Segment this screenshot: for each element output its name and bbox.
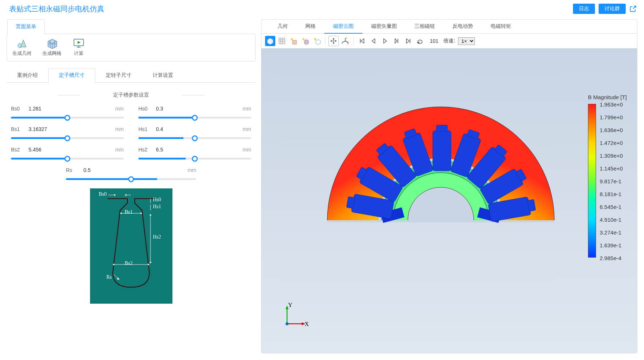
grid-icon[interactable]	[277, 36, 287, 46]
page-menu-tab[interactable]: 页面菜单	[7, 19, 45, 34]
left-panel: 页面菜单 生成几何	[7, 19, 256, 353]
prev-frame-icon[interactable]	[368, 36, 379, 46]
svg-marker-29	[333, 38, 334, 39]
svg-marker-36	[361, 39, 364, 43]
axis-y-label: Y	[288, 302, 293, 308]
axes-icon[interactable]: zyx	[340, 36, 350, 46]
viz-tab-bemf[interactable]: 反电动势	[444, 20, 482, 33]
next-frame-icon[interactable]	[392, 36, 402, 46]
first-frame-icon[interactable]	[357, 36, 367, 46]
svg-rect-24	[293, 40, 297, 44]
diagram-label-Bs1: Bs1	[125, 209, 133, 215]
slider-Bs1[interactable]	[11, 137, 124, 139]
param-unit: mm	[115, 106, 124, 112]
diagram-label-Rs: Rs	[107, 274, 112, 280]
svg-marker-19	[149, 262, 152, 263]
slider-Bs2[interactable]	[11, 158, 124, 160]
light-wire-icon[interactable]	[289, 36, 299, 46]
param-label: Hs0	[138, 106, 152, 112]
section-title: 定子槽参数设置	[7, 92, 256, 98]
param-value: 0.3	[156, 106, 238, 112]
last-frame-icon[interactable]	[403, 36, 414, 46]
tab-rotor-size[interactable]: 定转子尺寸	[95, 68, 142, 82]
param-Hs1: Hs10.4mm	[138, 126, 251, 140]
diagram-label-Bs0: Bs0	[99, 191, 107, 197]
svg-marker-30	[333, 43, 334, 44]
svg-rect-45	[327, 220, 554, 222]
param-value: 1.281	[29, 106, 111, 112]
svg-text:x: x	[342, 42, 343, 44]
svg-marker-18	[149, 214, 152, 215]
param-unit: mm	[243, 147, 251, 153]
param-unit: mm	[188, 167, 196, 173]
viz-tab-bvec[interactable]: 磁密矢量图	[362, 20, 406, 33]
ribbon-label: 计算	[74, 50, 83, 57]
legend-labels: 1.963e+0 1.799e+0 1.636e+0 1.472e+0 1.30…	[600, 104, 623, 258]
slider-Hs2[interactable]	[138, 158, 251, 160]
svg-marker-32	[335, 40, 336, 42]
ribbon-compute[interactable]: 计算	[72, 38, 85, 57]
discuss-button[interactable]: 讨论群	[599, 4, 626, 14]
cone-sphere-icon	[16, 38, 28, 49]
speed-select[interactable]: 1×	[458, 37, 475, 45]
param-label: Hs1	[138, 126, 152, 132]
svg-point-48	[408, 187, 474, 253]
viz-tab-flux[interactable]: 三相磁链	[406, 20, 444, 33]
param-Bs0: Bs01.281mm	[11, 106, 124, 120]
viz-tab-geom[interactable]: 几何	[269, 20, 297, 33]
param-label: Bs2	[11, 147, 24, 153]
svg-marker-1	[21, 40, 26, 47]
tab-case-intro[interactable]: 案例介绍	[7, 68, 48, 82]
viz-tabs: 几何 网格 磁密云图 磁密矢量图 三相磁链 反电动势 电磁转矩	[261, 20, 637, 34]
pan-icon[interactable]	[328, 36, 339, 46]
ribbon-gen-mesh[interactable]: 生成网格	[42, 38, 62, 57]
ribbon-label: 生成几何	[12, 50, 31, 57]
light-solid-icon[interactable]	[300, 36, 310, 46]
svg-point-23	[291, 38, 293, 40]
view-3d-icon[interactable]	[265, 36, 275, 46]
svg-rect-59	[433, 131, 451, 171]
ribbon: 生成几何 生成网格	[7, 34, 256, 61]
slider-Bs0[interactable]	[11, 117, 124, 119]
svg-point-25	[302, 38, 305, 40]
app-title: 表贴式三相永磁同步电机仿真	[9, 4, 104, 14]
play-icon[interactable]	[380, 36, 390, 46]
slider-Rs[interactable]	[66, 178, 196, 180]
param-unit: mm	[115, 126, 124, 132]
slider-Hs1[interactable]	[138, 137, 251, 139]
viewport-3d[interactable]: B Magnitude [T] 1.963e+0 1.799e+0 1.636e…	[261, 48, 637, 353]
tab-calc-settings[interactable]: 计算设置	[142, 68, 184, 82]
slider-Hs0[interactable]	[138, 117, 251, 119]
param-label: Rs	[66, 167, 79, 173]
light-transparent-icon[interactable]	[312, 36, 322, 46]
svg-rect-22	[279, 38, 285, 44]
app-header: 表贴式三相永磁同步电机仿真 日志 讨论群	[0, 0, 644, 19]
ribbon-gen-geometry[interactable]: 生成几何	[12, 38, 31, 57]
loop-icon[interactable]	[415, 36, 425, 46]
speed-label: 倍速:	[443, 38, 455, 44]
param-label: Bs1	[11, 126, 24, 132]
log-button[interactable]: 日志	[573, 4, 595, 14]
svg-marker-28	[316, 40, 320, 45]
svg-marker-7	[114, 194, 116, 196]
tab-stator-slot[interactable]: 定子槽尺寸	[48, 68, 95, 82]
viz-tab-bcloud[interactable]: 磁密云图	[324, 20, 362, 34]
viz-tab-mesh[interactable]: 网格	[297, 20, 324, 33]
svg-point-73	[286, 322, 289, 325]
header-actions: 日志 讨论群	[573, 4, 637, 14]
open-external-icon[interactable]	[629, 5, 637, 12]
param-Bs1: Bs13.16327mm	[11, 126, 124, 140]
svg-marker-11	[141, 212, 142, 214]
legend-title: B Magnitude [T]	[588, 94, 627, 100]
diagram-label-Hs0: Hs0	[153, 197, 161, 203]
diagram-label-Hs1: Hs1	[153, 204, 161, 210]
viz-tab-torque[interactable]: 电磁转矩	[482, 20, 520, 33]
param-value: 0.4	[156, 126, 238, 132]
param-unit: mm	[243, 126, 251, 132]
svg-marker-37	[372, 39, 375, 43]
slot-diagram: Bs0 Bs1 Bs2 Hs0 Hs1 Hs2 Rs	[90, 188, 172, 304]
svg-marker-38	[384, 39, 387, 43]
viz-toolbar: zyx 101 倍速: 1×	[261, 34, 637, 48]
param-value: 6.5	[156, 147, 238, 153]
svg-marker-40	[406, 39, 409, 43]
